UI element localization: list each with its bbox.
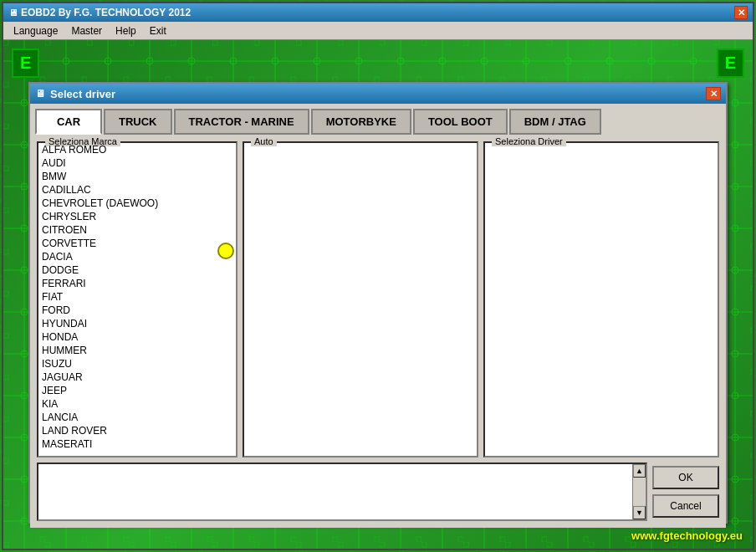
driver-label: Seleziona Driver [492, 136, 566, 146]
dialog-titlebar: 🖥 Select driver ✕ [30, 84, 726, 104]
list-item[interactable]: HONDA [38, 330, 236, 344]
dialog-body: Seleziona Marca ALFA ROMEO AUDI BMW CADI… [30, 135, 726, 528]
select-driver-dialog: 🖥 Select driver ✕ CAR TRUCK TRACTOR - MA… [28, 82, 728, 524]
list-item[interactable]: ALFA ROMEO [38, 143, 236, 156]
dialog-title: Select driver [50, 88, 115, 100]
driver-panel: Seleziona Driver [483, 141, 719, 457]
window-close-button[interactable]: ✕ [734, 6, 748, 19]
title-icon: 🖥 [8, 8, 18, 18]
info-text[interactable] [38, 464, 632, 519]
brands-listbox[interactable]: ALFA ROMEO AUDI BMW CADILLAC CHEVROLET (… [38, 143, 236, 456]
menu-exit[interactable]: Exit [143, 23, 173, 38]
dialog-close-button[interactable]: ✕ [706, 87, 721, 100]
info-area: ▲ ▼ [37, 463, 647, 521]
green-area: E E 🖥 Select driver ✕ CAR TRUCK TRACTOR … [3, 40, 753, 549]
list-item[interactable]: KIA [38, 397, 236, 411]
eobd2-badge-right: E [717, 49, 744, 78]
menu-language[interactable]: Language [7, 23, 64, 38]
tab-tractor[interactable]: TRACTOR - MARINE [174, 109, 309, 135]
list-item[interactable]: HYUNDAI [38, 317, 236, 330]
list-item[interactable]: AUDI [38, 156, 236, 170]
scroll-track [633, 478, 646, 506]
main-window: 🖥 EOBD2 By F.G. TECHNOLOGY 2012 ✕ Langua… [2, 2, 754, 550]
list-item[interactable]: HUMMER [38, 344, 236, 357]
list-item[interactable]: FERRARI [38, 277, 236, 290]
tab-motorbyke[interactable]: MOTORBYKE [311, 109, 411, 135]
bottom-row: ▲ ▼ OK Cancel [37, 463, 719, 521]
list-item[interactable]: JEEP [38, 384, 236, 397]
scroll-down-arrow[interactable]: ▼ [633, 506, 646, 519]
tab-truck[interactable]: TRUCK [104, 109, 172, 135]
brands-panel: Seleziona Marca ALFA ROMEO AUDI BMW CADI… [37, 141, 238, 457]
menu-master[interactable]: Master [64, 23, 109, 38]
auto-panel: Auto [243, 141, 478, 457]
panels-row: Seleziona Marca ALFA ROMEO AUDI BMW CADI… [37, 141, 719, 457]
list-item[interactable]: CITROEN [38, 223, 236, 237]
info-scrollbar: ▲ ▼ [632, 464, 646, 519]
watermark: www.fgtechnology.eu [631, 529, 743, 542]
auto-label: Auto [251, 136, 277, 146]
list-item[interactable]: JAGUAR [38, 371, 236, 384]
menu-help[interactable]: Help [109, 23, 143, 38]
scroll-up-arrow[interactable]: ▲ [633, 464, 646, 478]
list-item[interactable]: CHRYSLER [38, 210, 236, 223]
eobd2-badge-left: E [12, 49, 39, 78]
ok-button[interactable]: OK [652, 466, 719, 489]
list-item[interactable]: CHEVROLET (DAEWOO) [38, 197, 236, 210]
tab-toolboot[interactable]: TOOL BOOT [413, 109, 508, 135]
list-item[interactable]: LANCIA [38, 411, 236, 424]
menubar: Language Master Help Exit [3, 22, 753, 40]
list-item[interactable]: ISUZU [38, 357, 236, 371]
list-item[interactable]: FORD [38, 304, 236, 317]
list-item[interactable]: LAND ROVER [38, 424, 236, 437]
list-item[interactable]: DACIA [38, 250, 236, 263]
titlebar: 🖥 EOBD2 By F.G. TECHNOLOGY 2012 ✕ [3, 3, 753, 22]
tab-bar: CAR TRUCK TRACTOR - MARINE MOTORBYKE TOO… [30, 104, 726, 135]
tab-car[interactable]: CAR [35, 109, 102, 135]
action-buttons: OK Cancel [652, 463, 719, 521]
list-item[interactable]: DODGE [38, 263, 236, 277]
list-item[interactable]: CORVETTE [38, 237, 236, 250]
tab-bdm[interactable]: BDM / JTAG [509, 109, 601, 135]
cancel-button[interactable]: Cancel [652, 494, 719, 518]
list-item[interactable]: CADILLAC [38, 183, 236, 197]
list-item[interactable]: MASERATI [38, 437, 236, 451]
list-item[interactable]: FIAT [38, 290, 236, 304]
window-title: EOBD2 By F.G. TECHNOLOGY 2012 [21, 7, 191, 18]
list-item[interactable]: BMW [38, 170, 236, 183]
dialog-icon: 🖥 [35, 88, 45, 100]
